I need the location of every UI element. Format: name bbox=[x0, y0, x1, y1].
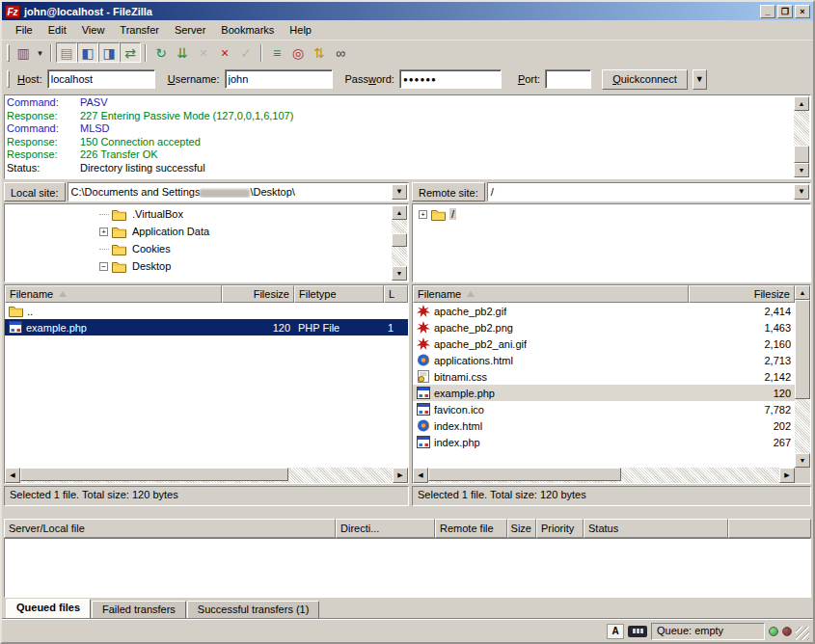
toggle-message-log-button[interactable]: ▤ bbox=[56, 42, 77, 63]
ascii-mode-icon[interactable]: A bbox=[607, 624, 624, 639]
site-manager-dropdown-button[interactable]: ▾ bbox=[34, 42, 46, 63]
column-header-filename[interactable]: Filename bbox=[413, 285, 689, 303]
column-header-filetype[interactable]: Filetype bbox=[294, 285, 384, 303]
process-queue-button[interactable]: ⇊ bbox=[172, 42, 193, 63]
scroll-up-icon[interactable]: ▲ bbox=[392, 205, 407, 220]
scroll-thumb[interactable] bbox=[795, 300, 810, 399]
resize-grip[interactable] bbox=[796, 627, 809, 640]
tree-item--virtualbox[interactable]: .VirtualBox bbox=[7, 205, 391, 223]
expand-icon[interactable]: + bbox=[419, 210, 427, 219]
scroll-thumb[interactable] bbox=[392, 233, 407, 247]
port-input[interactable] bbox=[545, 69, 591, 89]
tab-failed-transfers[interactable]: Failed transfers bbox=[92, 601, 186, 619]
local-tree-scrollbar[interactable]: ▲ ▼ bbox=[392, 205, 407, 281]
scroll-thumb[interactable] bbox=[20, 468, 288, 481]
file-row-bitnami-css[interactable]: bitnami.css2,142 bbox=[413, 368, 795, 385]
tab-successful-transfers--1-[interactable]: Successful transfers (1) bbox=[187, 601, 320, 619]
menu-item-view[interactable]: View bbox=[74, 22, 113, 38]
column-header-directi---[interactable]: Directi... bbox=[336, 519, 435, 538]
file-row-apache-pb2-gif[interactable]: apache_pb2.gif2,414 bbox=[413, 303, 795, 319]
column-header-filesize[interactable]: Filesize bbox=[689, 285, 795, 303]
combo-dropdown-icon[interactable]: ▼ bbox=[392, 184, 407, 200]
quickconnect-button[interactable]: Quickconnect bbox=[602, 69, 688, 90]
file-row-index-php[interactable]: index.php267 bbox=[413, 434, 795, 450]
remote-vertical-scrollbar[interactable]: ▲ ▼ bbox=[795, 285, 810, 483]
scroll-left-icon[interactable]: ◀ bbox=[413, 468, 428, 483]
maximize-button[interactable]: ❐ bbox=[777, 5, 793, 18]
file-name-cell: index.php bbox=[413, 434, 689, 450]
message-log-scrollbar[interactable]: ▲ ▼ bbox=[794, 96, 809, 177]
menu-item-edit[interactable]: Edit bbox=[41, 22, 74, 38]
toggle-transfer-queue-button[interactable]: ⇄ bbox=[120, 42, 141, 63]
scroll-thumb[interactable] bbox=[794, 146, 809, 163]
file-row-applications-html[interactable]: applications.html2,713 bbox=[413, 352, 795, 368]
column-header-size[interactable]: Size bbox=[507, 519, 536, 538]
column-header-server-local-file[interactable]: Server/Local file bbox=[4, 519, 336, 538]
local-horizontal-scrollbar[interactable]: ◀ ▶ bbox=[5, 468, 408, 483]
local-site-combo[interactable]: C:\Documents and Settings\Desktop\ ▼ bbox=[68, 182, 409, 201]
collapse-icon[interactable]: − bbox=[99, 262, 108, 271]
scroll-down-icon[interactable]: ▼ bbox=[794, 163, 809, 177]
title-bar[interactable]: Fz john@localhost - FileZilla _ ❐ × bbox=[2, 2, 813, 20]
filter-button[interactable]: ≡ bbox=[266, 42, 287, 63]
expand-icon[interactable]: + bbox=[99, 228, 108, 236]
menu-bar: FileEditViewTransferServerBookmarksHelp bbox=[2, 20, 813, 40]
column-header-l[interactable]: L bbox=[384, 285, 408, 303]
quickconnect-dropdown-icon[interactable]: ▼ bbox=[693, 69, 707, 90]
column-header-priority[interactable]: Priority bbox=[536, 519, 584, 538]
file-row-apache-pb2-ani-gif[interactable]: apache_pb2_ani.gif2,160 bbox=[413, 335, 795, 352]
combo-dropdown-icon[interactable]: ▼ bbox=[794, 184, 809, 200]
log-line-label: Command: bbox=[7, 122, 80, 136]
host-input[interactable] bbox=[47, 69, 155, 89]
tree-item-application-data[interactable]: +Application Data bbox=[7, 223, 391, 240]
file-row-favicon-ico[interactable]: favicon.ico7,782 bbox=[413, 401, 795, 417]
site-manager-icon: ▥ bbox=[16, 45, 29, 61]
column-header-status[interactable]: Status bbox=[584, 519, 728, 538]
column-header-[interactable] bbox=[728, 519, 811, 538]
password-input[interactable] bbox=[399, 69, 502, 89]
disconnect-button[interactable]: × bbox=[214, 42, 235, 63]
toggle-remote-tree-button[interactable]: ◨ bbox=[98, 42, 120, 63]
minimize-button[interactable]: _ bbox=[760, 5, 775, 18]
column-header-filesize[interactable]: Filesize bbox=[222, 285, 294, 303]
toolbar-separator bbox=[50, 44, 52, 62]
scroll-down-icon[interactable]: ▼ bbox=[795, 453, 810, 468]
tree-item-desktop[interactable]: −Desktop bbox=[7, 257, 391, 275]
file-row-example-php[interactable]: example.php120 bbox=[413, 385, 795, 401]
menu-item-transfer[interactable]: Transfer bbox=[112, 22, 167, 38]
find-files-button[interactable]: ∞ bbox=[330, 42, 351, 63]
file-row-apache-pb2-png[interactable]: apache_pb2.png1,463 bbox=[413, 319, 795, 335]
menu-item-file[interactable]: File bbox=[8, 22, 41, 38]
file-name: apache_pb2_ani.gif bbox=[434, 338, 527, 350]
scroll-down-icon[interactable]: ▼ bbox=[392, 266, 407, 281]
refresh-button[interactable]: ↻ bbox=[150, 42, 172, 63]
column-header-filename[interactable]: Filename bbox=[5, 285, 222, 303]
synchronized-browsing-button[interactable]: ⇅ bbox=[309, 42, 330, 63]
menu-item-help[interactable]: Help bbox=[282, 22, 319, 38]
scroll-thumb[interactable] bbox=[428, 468, 621, 481]
scroll-left-icon[interactable]: ◀ bbox=[5, 468, 20, 483]
tab-queued-files[interactable]: Queued files bbox=[6, 599, 91, 619]
scroll-up-icon[interactable]: ▲ bbox=[795, 285, 810, 300]
tree-item--[interactable]: +/ bbox=[415, 205, 808, 223]
menu-item-bookmarks[interactable]: Bookmarks bbox=[213, 22, 282, 38]
file-row-index-html[interactable]: index.html202 bbox=[413, 417, 795, 434]
remote-site-combo[interactable]: / ▼ bbox=[487, 182, 811, 201]
column-header-remote-file[interactable]: Remote file bbox=[435, 519, 507, 538]
log-line: Response:226 Transfer OK bbox=[7, 148, 793, 162]
close-button[interactable]: × bbox=[795, 5, 810, 18]
scroll-right-icon[interactable]: ▶ bbox=[393, 468, 408, 483]
tree-item-cookies[interactable]: Cookies bbox=[7, 240, 391, 257]
toggle-local-tree-button[interactable]: ◧ bbox=[77, 42, 98, 63]
synchronized-browsing-icon: ⇅ bbox=[313, 45, 325, 61]
directory-comparison-button[interactable]: ◎ bbox=[287, 42, 309, 63]
menu-item-server[interactable]: Server bbox=[167, 22, 213, 38]
scroll-right-icon[interactable]: ▶ bbox=[779, 468, 795, 483]
indicator-badge-icon[interactable] bbox=[628, 626, 647, 637]
file-row---[interactable]: .. bbox=[5, 303, 408, 319]
username-input[interactable] bbox=[225, 69, 333, 89]
file-row-example-php[interactable]: example.php120PHP File1 bbox=[5, 319, 408, 335]
scroll-up-icon[interactable]: ▲ bbox=[794, 96, 809, 111]
remote-horizontal-scrollbar[interactable]: ◀ ▶ bbox=[413, 468, 795, 483]
site-manager-button[interactable]: ▥ bbox=[13, 42, 34, 63]
